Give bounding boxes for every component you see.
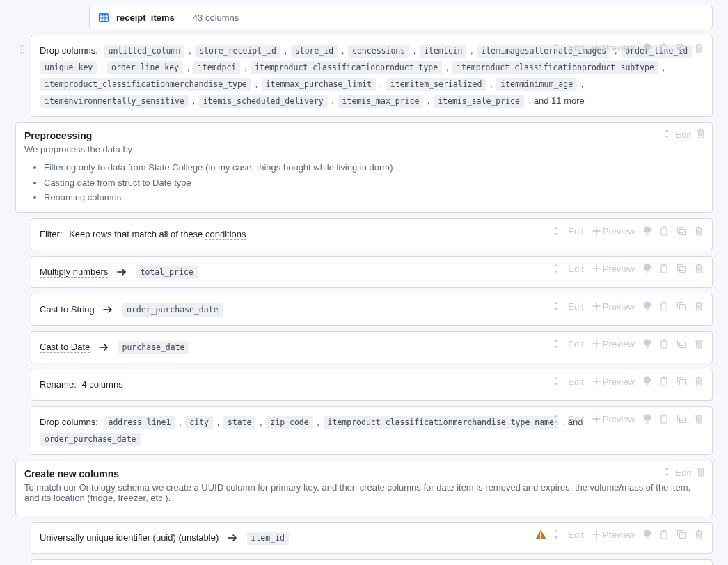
reorder-button[interactable] xyxy=(551,375,562,388)
edit-button[interactable]: Edit xyxy=(676,468,691,478)
delete-button[interactable] xyxy=(693,225,705,237)
preview-button[interactable]: Preview xyxy=(590,528,637,541)
column-chip: itemdpci xyxy=(193,61,240,74)
delete-button[interactable] xyxy=(693,375,705,388)
delete-button[interactable] xyxy=(697,129,705,141)
reorder-button[interactable] xyxy=(551,262,562,275)
step-label: Universally unique identifier (uuid) (un… xyxy=(40,532,219,543)
reorder-button[interactable] xyxy=(551,225,562,237)
suggest-button[interactable] xyxy=(641,262,654,275)
list-item: Filtering only to data from State Colleg… xyxy=(44,160,704,175)
suggest-button[interactable] xyxy=(641,225,654,237)
copy-button[interactable] xyxy=(674,337,688,350)
copy-button[interactable] xyxy=(674,413,688,425)
preview-button[interactable]: Preview xyxy=(590,337,637,351)
paste-button[interactable] xyxy=(658,413,670,425)
edit-button[interactable]: Edit xyxy=(566,375,585,388)
rename-count[interactable]: 4 columns xyxy=(81,379,122,390)
delete-button[interactable] xyxy=(697,467,705,479)
arrow-right-icon xyxy=(227,534,238,542)
delete-button[interactable] xyxy=(693,413,705,425)
step-actions: EditPreview xyxy=(551,413,705,426)
svg-rect-14 xyxy=(680,46,686,51)
drop-columns-more: , and 11 more xyxy=(529,95,585,106)
copy-button[interactable] xyxy=(674,42,688,54)
edit-button[interactable]: Edit xyxy=(676,129,691,140)
suggest-button[interactable] xyxy=(641,375,654,388)
preview-button[interactable]: Preview xyxy=(590,262,637,276)
column-chip: concessions xyxy=(348,45,409,58)
edit-button[interactable]: Edit xyxy=(566,262,585,276)
preview-button[interactable]: Preview xyxy=(590,375,637,388)
reorder-button[interactable] xyxy=(551,300,562,312)
delete-button[interactable] xyxy=(693,42,705,54)
step-cast-date[interactable]: Cast to Date purchase_date EditPreview xyxy=(31,331,713,363)
paste-button[interactable] xyxy=(658,528,670,541)
column-chip: itemtcin xyxy=(420,45,466,58)
column-chip: itemmax_purchase_limit xyxy=(262,78,376,91)
svg-rect-39 xyxy=(540,533,541,536)
reorder-button[interactable] xyxy=(663,129,670,141)
edit-button[interactable]: Edit xyxy=(566,41,585,54)
edit-button[interactable]: Edit xyxy=(566,225,585,238)
step-cast-string[interactable]: Cast to String order_purchase_date EditP… xyxy=(31,294,713,326)
copy-button[interactable] xyxy=(674,375,688,388)
list-item: Casting date from struct to Date type xyxy=(44,175,704,190)
svg-rect-35 xyxy=(661,415,667,423)
step-uuid[interactable]: Universally unique identifier (uuid) (un… xyxy=(31,522,713,554)
paste-button[interactable] xyxy=(658,337,670,350)
edit-button[interactable]: Edit xyxy=(566,300,585,313)
step-drop-columns[interactable]: Drop columns: untitled_column , store_re… xyxy=(31,35,713,117)
copy-button[interactable] xyxy=(674,300,688,312)
suggest-button[interactable] xyxy=(641,337,654,350)
suggest-button[interactable] xyxy=(641,300,654,312)
delete-button[interactable] xyxy=(693,300,705,312)
step-cast-date[interactable]: Cast to Date removed_date EditPreview xyxy=(31,559,713,565)
paste-button[interactable] xyxy=(658,300,670,312)
preview-button[interactable]: Preview xyxy=(590,413,637,426)
column-chip: itemitem_serialized xyxy=(386,78,486,91)
suggest-button[interactable] xyxy=(641,528,654,541)
source-card[interactable]: receipt_items 43 columns xyxy=(89,6,713,29)
suggest-button[interactable] xyxy=(641,42,654,54)
copy-button[interactable] xyxy=(674,528,688,541)
step-filter[interactable]: Filter: Keep rows that match all of thes… xyxy=(31,218,713,250)
reorder-button[interactable] xyxy=(663,467,670,479)
edit-button[interactable]: Edit xyxy=(566,528,585,541)
suggest-button[interactable] xyxy=(641,413,654,425)
delete-button[interactable] xyxy=(693,262,705,275)
copy-button[interactable] xyxy=(674,225,688,237)
svg-rect-28 xyxy=(663,340,665,342)
svg-rect-42 xyxy=(663,530,665,532)
step-label: Filter xyxy=(40,229,60,239)
step-label: Cast to Date xyxy=(40,342,90,353)
step-multiply[interactable]: Multiply numbers total_price EditPreview xyxy=(31,256,713,288)
section-desc: To match our Ontology schema we create a… xyxy=(24,482,704,503)
paste-button[interactable] xyxy=(658,262,670,275)
edit-button[interactable]: Edit xyxy=(566,413,585,426)
filter-conditions[interactable]: conditions xyxy=(205,229,246,240)
paste-button[interactable] xyxy=(658,42,670,54)
paste-button[interactable] xyxy=(658,375,670,388)
preview-button[interactable]: Preview xyxy=(590,41,637,54)
paste-button[interactable] xyxy=(658,225,670,237)
svg-rect-23 xyxy=(661,303,667,310)
step-drop-columns-2[interactable]: Drop columns: address_line1 , city , sta… xyxy=(31,406,713,455)
reorder-button[interactable] xyxy=(551,42,562,54)
reorder-button[interactable] xyxy=(551,528,562,541)
svg-rect-44 xyxy=(680,533,686,539)
column-chip: order_line_key xyxy=(107,61,183,74)
delete-button[interactable] xyxy=(693,528,705,541)
copy-button[interactable] xyxy=(674,262,688,275)
step-rename[interactable]: Rename: 4 columns EditPreview xyxy=(31,369,713,401)
preview-button[interactable]: Preview xyxy=(590,300,637,313)
drag-handle-icon[interactable] xyxy=(19,44,26,57)
svg-rect-32 xyxy=(663,377,665,379)
preview-button[interactable]: Preview xyxy=(590,225,637,238)
reorder-button[interactable] xyxy=(551,337,562,350)
column-chip: store_receipt_id xyxy=(195,45,280,58)
reorder-button[interactable] xyxy=(551,413,562,425)
delete-button[interactable] xyxy=(693,337,705,350)
edit-button[interactable]: Edit xyxy=(566,337,585,351)
svg-rect-1 xyxy=(100,14,109,16)
